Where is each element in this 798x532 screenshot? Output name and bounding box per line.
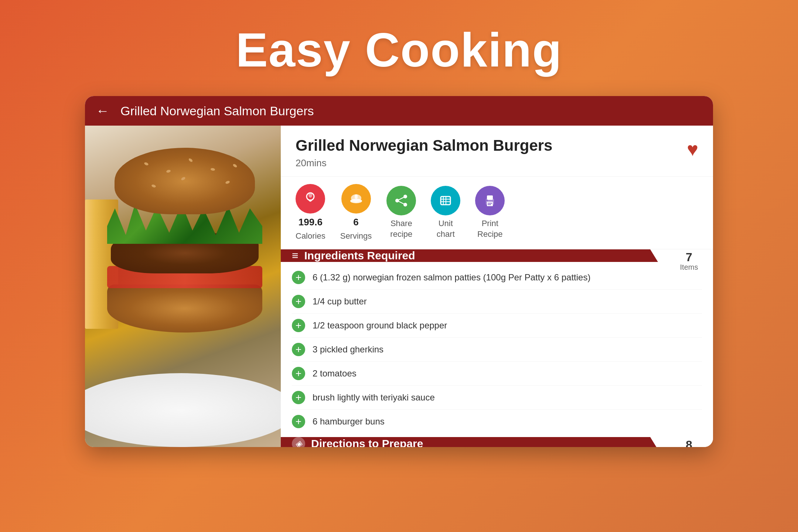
svg-rect-16 [487, 195, 493, 200]
stat-calories: 199.6 Calories [296, 184, 325, 242]
servings-value: 6 [353, 216, 358, 228]
recipe-image-panel [85, 126, 281, 447]
recipe-title-area: Grilled Norwegian Salmon Burgers 20mins [296, 137, 687, 169]
calories-label: Calories [296, 231, 325, 242]
recipe-time: 20mins [296, 157, 687, 169]
right-panel: Grilled Norwegian Salmon Burgers 20mins … [281, 126, 713, 447]
ingredients-count: 7 Items [665, 249, 713, 273]
ingredients-count-label: Items [680, 263, 698, 272]
ingredient-text: 3 pickled gherkins [313, 344, 383, 355]
ingredient-text: 6 (1.32 g) norwegian frozen salmon patti… [313, 272, 590, 283]
stat-print[interactable]: Print Recipe [475, 186, 505, 239]
ingredients-list: + 6 (1.32 g) norwegian frozen salmon pat… [281, 262, 713, 437]
add-ingredient-button[interactable]: + [292, 367, 305, 380]
unit-chart-icon [431, 186, 460, 215]
directions-section-header: ◈ Directions to Prepare 8 Steps [281, 437, 713, 447]
calories-icon [296, 184, 325, 214]
card-content: Grilled Norwegian Salmon Burgers 20mins … [85, 126, 713, 447]
steps-count-number: 8 [686, 439, 692, 447]
add-ingredient-button[interactable]: + [292, 295, 305, 308]
ingredient-text: brush lightly with teriyaki sauce [313, 392, 435, 403]
list-item: + brush lightly with teriyaki sauce [292, 386, 702, 410]
food-image [85, 126, 281, 447]
add-ingredient-button[interactable]: + [292, 271, 305, 284]
add-ingredient-button[interactable]: + [292, 415, 305, 428]
ingredient-text: 6 hamburger buns [313, 416, 385, 427]
ingredient-text: 1/4 cup butter [313, 296, 367, 307]
ingredients-section-title: Ingredients Required [304, 249, 415, 262]
app-title: Easy Cooking [236, 22, 562, 78]
ingredients-section-header: ≡ Ingredients Required 7 Items [281, 249, 713, 262]
share-label: Share recipe [390, 218, 412, 239]
svg-rect-18 [488, 203, 492, 204]
stat-servings: 6 Servings [340, 184, 372, 242]
recipe-header: Grilled Norwegian Salmon Burgers 20mins … [281, 126, 713, 177]
stat-unit-chart[interactable]: Unit chart [431, 186, 460, 239]
svg-rect-4 [355, 194, 358, 199]
svg-line-8 [397, 197, 405, 201]
svg-line-9 [397, 201, 405, 205]
print-icon [475, 186, 505, 215]
stats-row: 199.6 Calories 6 Servings [281, 177, 713, 249]
steps-count: 8 Steps [665, 437, 713, 447]
ingredient-text: 1/2 teaspoon ground black pepper [313, 320, 447, 331]
list-item: + 1/2 teaspoon ground black pepper [292, 314, 702, 338]
unit-chart-label: Unit chart [437, 218, 455, 239]
print-label: Print Recipe [477, 218, 502, 239]
list-item: + 6 (1.32 g) norwegian frozen salmon pat… [292, 266, 702, 290]
stat-share[interactable]: Share recipe [386, 186, 416, 239]
svg-point-1 [308, 192, 312, 198]
back-button[interactable]: ← [96, 103, 109, 119]
add-ingredient-button[interactable]: + [292, 343, 305, 356]
list-item: + 2 tomatoes [292, 362, 702, 386]
list-item: + 1/4 cup butter [292, 290, 702, 314]
add-ingredient-button[interactable]: + [292, 319, 305, 332]
directions-section-title: Directions to Prepare [311, 437, 423, 447]
card-header: ← Grilled Norwegian Salmon Burgers [85, 96, 713, 126]
calories-value: 199.6 [299, 216, 323, 228]
ingredient-text: 2 tomatoes [313, 368, 357, 379]
ingredients-list-icon: ≡ [292, 249, 299, 262]
svg-rect-19 [488, 204, 491, 205]
share-icon [386, 186, 416, 215]
list-item: + 6 hamburger buns [292, 410, 702, 433]
directions-icon: ◈ [292, 437, 305, 447]
main-card: ← Grilled Norwegian Salmon Burgers [85, 96, 713, 447]
svg-rect-17 [487, 202, 493, 206]
servings-icon [341, 184, 371, 214]
ingredients-count-number: 7 [686, 251, 692, 263]
recipe-title: Grilled Norwegian Salmon Burgers [296, 137, 687, 154]
servings-label: Servings [340, 231, 372, 242]
list-item: + 3 pickled gherkins [292, 338, 702, 362]
header-title: Grilled Norwegian Salmon Burgers [120, 104, 314, 118]
svg-point-20 [486, 200, 488, 201]
add-ingredient-button[interactable]: + [292, 391, 305, 404]
favorite-button[interactable]: ♥ [687, 138, 698, 160]
